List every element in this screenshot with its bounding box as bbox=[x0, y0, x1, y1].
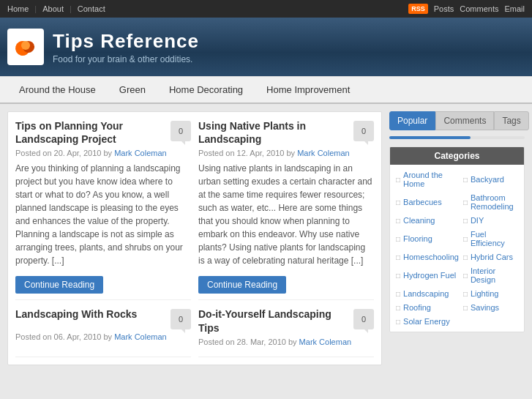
article-excerpt-2: Using native plants in landscaping in an… bbox=[198, 162, 374, 267]
article-meta-4: Posted on 28. Mar, 2010 by Mark Coleman bbox=[198, 338, 374, 346]
article-title-3: Landscaping With Rocks bbox=[15, 307, 166, 321]
nav-about[interactable]: About bbox=[42, 4, 64, 13]
article-card-4: Do-it-Yourself Landscaping Tips 0 Posted… bbox=[198, 307, 374, 357]
article-meta-2: Posted on 12. Apr, 2010 by Mark Coleman bbox=[198, 149, 374, 157]
article-card-3: Landscaping With Rocks 0 Posted on 06. A… bbox=[15, 307, 191, 357]
category-homeschooling[interactable]: Homeschooling bbox=[396, 251, 459, 263]
article-excerpt-1: Are you thinking of planning a landscapi… bbox=[15, 162, 191, 267]
category-bathroom-remodeling[interactable]: Bathroom Remodeling bbox=[463, 192, 518, 212]
category-hybrid-cars[interactable]: Hybrid Cars bbox=[463, 251, 518, 263]
content-wrap: Tips on Planning Your Landscaping Projec… bbox=[0, 104, 532, 373]
category-interior-design[interactable]: Interior Design bbox=[463, 265, 518, 286]
nav-around-house[interactable]: Around the House bbox=[7, 77, 108, 102]
article-title-2: Using Native Plants in Landscaping bbox=[198, 119, 349, 146]
sidebar-progress-bar-wrap bbox=[389, 136, 525, 139]
sidebar-tabs: Popular Comments Tags bbox=[389, 111, 525, 130]
author-link-2[interactable]: Mark Coleman bbox=[297, 149, 350, 157]
categories-header: Categories bbox=[390, 147, 524, 165]
tab-popular[interactable]: Popular bbox=[389, 111, 435, 130]
comments-link[interactable]: Comments bbox=[460, 4, 498, 13]
nav-home-improvement[interactable]: Home Improvement bbox=[255, 77, 361, 102]
article-card-2: Using Native Plants in Landscaping 0 Pos… bbox=[198, 119, 374, 300]
sidebar-progress-bar bbox=[389, 136, 471, 139]
site-name: Tips Reference bbox=[53, 30, 199, 53]
categories-list: Around the Home Backyard Barbecues Bathr… bbox=[390, 165, 524, 332]
author-link-4[interactable]: Mark Coleman bbox=[299, 338, 352, 346]
category-fuel-efficiency[interactable]: Fuel Efficiency bbox=[463, 228, 518, 249]
category-diy[interactable]: DIY bbox=[463, 215, 518, 226]
tab-tags[interactable]: Tags bbox=[494, 111, 528, 130]
nav-green[interactable]: Green bbox=[108, 77, 157, 102]
sidebar: Popular Comments Tags Categories Around … bbox=[389, 111, 525, 365]
comment-count-4: 0 bbox=[353, 309, 374, 329]
top-bar-right: RSS Posts Comments Email bbox=[408, 4, 525, 14]
nav-home[interactable]: Home bbox=[7, 4, 29, 13]
email-link[interactable]: Email bbox=[504, 4, 525, 13]
top-nav: Home | About | Contact bbox=[7, 4, 105, 13]
author-link-3[interactable]: Mark Coleman bbox=[114, 332, 167, 341]
nav-home-decorating[interactable]: Home Decorating bbox=[157, 77, 255, 102]
site-header: Tips Reference Food for your brain & oth… bbox=[0, 18, 532, 76]
category-roofing[interactable]: Roofing bbox=[396, 302, 459, 313]
nav-contact[interactable]: Contact bbox=[78, 4, 105, 13]
category-flooring[interactable]: Flooring bbox=[396, 228, 459, 249]
site-logo bbox=[7, 29, 44, 65]
main-content: Tips on Planning Your Landscaping Projec… bbox=[7, 111, 382, 365]
main-nav: Around the House Green Home Decorating H… bbox=[0, 76, 532, 104]
articles-grid: Tips on Planning Your Landscaping Projec… bbox=[15, 119, 374, 357]
rss-icon: RSS bbox=[408, 4, 428, 14]
top-bar: Home | About | Contact RSS Posts Comment… bbox=[0, 0, 532, 18]
comment-count-1: 0 bbox=[171, 121, 191, 141]
continue-reading-1[interactable]: Continue Reading bbox=[15, 276, 103, 294]
category-savings[interactable]: Savings bbox=[463, 302, 518, 313]
comment-count-2: 0 bbox=[353, 121, 374, 141]
category-solar-energy[interactable]: Solar Energy bbox=[396, 316, 459, 327]
category-backyard[interactable]: Backyard bbox=[463, 169, 518, 190]
category-landscaping[interactable]: Landscaping bbox=[396, 288, 459, 299]
article-title-1: Tips on Planning Your Landscaping Projec… bbox=[15, 119, 166, 146]
article-meta-3: Posted on 06. Apr, 2010 by Mark Coleman bbox=[15, 332, 191, 341]
category-hydrogen-fuel[interactable]: Hydrogen Fuel bbox=[396, 265, 459, 286]
tab-comments[interactable]: Comments bbox=[435, 111, 494, 130]
comment-count-3: 0 bbox=[171, 309, 191, 329]
posts-link[interactable]: Posts bbox=[434, 4, 454, 13]
svg-point-3 bbox=[21, 41, 30, 50]
site-tagline: Food for your brain & other oddities. bbox=[53, 54, 199, 64]
categories-box: Categories Around the Home Backyard Barb… bbox=[389, 146, 525, 332]
article-card-1: Tips on Planning Your Landscaping Projec… bbox=[15, 119, 191, 300]
category-around-home[interactable]: Around the Home bbox=[396, 169, 459, 190]
author-link-1[interactable]: Mark Coleman bbox=[114, 149, 167, 157]
article-title-4: Do-it-Yourself Landscaping Tips bbox=[198, 307, 349, 334]
continue-reading-2[interactable]: Continue Reading bbox=[198, 276, 286, 294]
category-barbecues[interactable]: Barbecues bbox=[396, 192, 459, 212]
site-title: Tips Reference Food for your brain & oth… bbox=[53, 30, 199, 64]
category-cleaning[interactable]: Cleaning bbox=[396, 215, 459, 226]
article-meta-1: Posted on 20. Apr, 2010 by Mark Coleman bbox=[15, 149, 191, 157]
category-lighting[interactable]: Lighting bbox=[463, 288, 518, 299]
